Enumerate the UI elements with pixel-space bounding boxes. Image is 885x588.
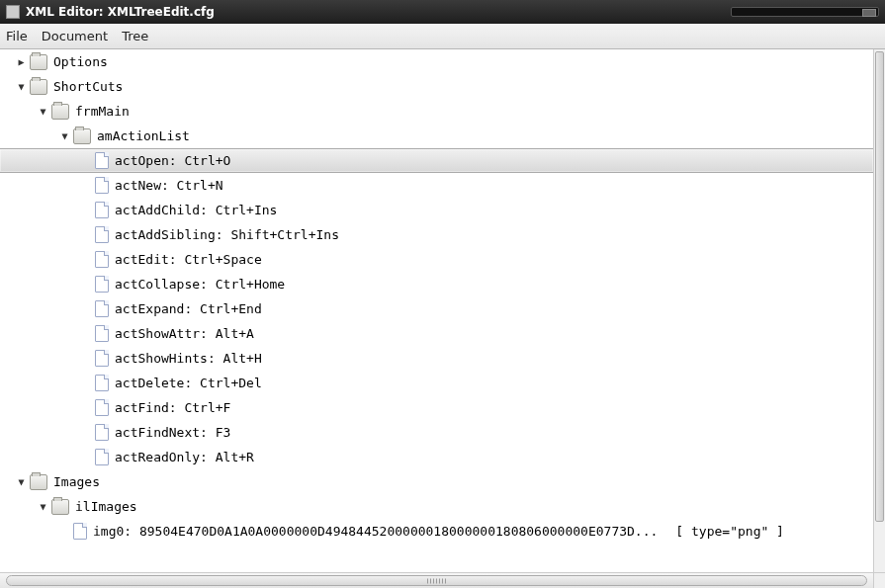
menu-document[interactable]: Document [42,29,108,43]
file-icon [95,276,109,293]
horizontal-scrollbar[interactable] [0,572,873,588]
file-icon [95,424,109,441]
tree-node-label: actShowAttr: Alt+A [115,326,254,341]
tree-row[interactable]: ▶actDelete: Ctrl+Del [0,371,873,395]
expander-open-icon[interactable]: ▼ [59,130,70,141]
tree-row[interactable]: ▶Options [0,49,873,74]
tree-row[interactable]: ▶actEdit: Ctrl+Space [0,247,873,272]
tree-node-label: amActionList [97,128,190,143]
tree-node-label: actCollapse: Ctrl+Home [115,277,285,292]
scroll-corner [873,572,885,588]
tree-row[interactable]: ▼amActionList [0,124,873,148]
tree-row[interactable]: ▶actAddChild: Ctrl+Ins [0,198,873,222]
tree-row[interactable]: ▶img0: 89504E470D0A1A0A0000000D494844520… [0,519,873,544]
tree-node-label: ilImages [75,499,137,514]
folder-icon [51,104,69,120]
tree-node-label: actNew: Ctrl+N [115,178,223,193]
expander-open-icon[interactable]: ▼ [16,81,27,92]
tree-node-label: actAddSibling: Shift+Ctrl+Ins [115,227,339,242]
tree-node-label: actEdit: Ctrl+Space [115,252,262,267]
file-icon [95,325,109,342]
tree-row[interactable]: ▼ShortCuts [0,74,873,99]
tree-view[interactable]: ▶Options▼ShortCuts▼frmMain▼amActionList▶… [0,49,873,572]
folder-icon [73,128,91,144]
file-icon [95,449,109,465]
titlebar: XML Editor: XMLTreeEdit.cfg [0,0,885,24]
folder-icon [30,54,47,70]
tree-node-label: frmMain [75,104,130,119]
file-icon [95,375,109,391]
file-icon [95,251,109,268]
tree-node-label: actOpen: Ctrl+O [115,153,230,168]
tree-row[interactable]: ▼ilImages [0,494,873,519]
tree-row[interactable]: ▶actOpen: Ctrl+O [0,148,873,173]
tree-row[interactable]: ▶actCollapse: Ctrl+Home [0,272,873,296]
menubar: File Document Tree [0,24,885,49]
tree-node-label: actExpand: Ctrl+End [115,301,262,316]
vertical-scroll-thumb[interactable] [875,51,884,522]
expander-open-icon[interactable]: ▼ [38,501,48,512]
titlebar-slider[interactable] [731,7,879,17]
app-icon [6,5,20,19]
tree-node-label: actDelete: Ctrl+Del [115,376,262,390]
vertical-scrollbar[interactable] [873,49,885,572]
tree-node-label: Options [53,54,108,69]
tree-row[interactable]: ▶actFindNext: F3 [0,420,873,445]
tree-row[interactable]: ▶actFind: Ctrl+F [0,395,873,420]
file-icon [95,202,109,218]
tree-node-label: actFind: Ctrl+F [115,400,230,415]
expander-open-icon[interactable]: ▼ [16,476,27,487]
tree-row[interactable]: ▶actNew: Ctrl+N [0,173,873,198]
file-icon [73,523,87,540]
folder-icon [30,79,47,95]
tree-row[interactable]: ▶actShowAttr: Alt+A [0,321,873,346]
file-icon [95,226,109,243]
file-icon [95,152,109,169]
file-icon [95,177,109,194]
tree-node-label: ShortCuts [53,79,123,94]
folder-icon [30,474,47,490]
tree-node-label: actFindNext: F3 [115,425,230,440]
tree-row[interactable]: ▶actShowHints: Alt+H [0,346,873,371]
tree-row[interactable]: ▶actAddSibling: Shift+Ctrl+Ins [0,222,873,247]
tree-node-label: Images [53,474,100,489]
tree-row[interactable]: ▶actReadOnly: Alt+R [0,445,873,469]
tree-node-label: actShowHints: Alt+H [115,351,262,366]
tree-area: ▶Options▼ShortCuts▼frmMain▼amActionList▶… [0,49,885,588]
file-icon [95,350,109,367]
menu-tree[interactable]: Tree [122,29,148,43]
file-icon [95,399,109,416]
expander-open-icon[interactable]: ▼ [38,106,48,117]
folder-icon [51,499,69,515]
tree-node-attrs: [ type="png" ] [675,524,784,539]
file-icon [95,300,109,317]
horizontal-scroll-thumb[interactable] [6,575,867,586]
tree-row[interactable]: ▶actExpand: Ctrl+End [0,296,873,321]
menu-file[interactable]: File [6,29,28,43]
expander-closed-icon[interactable]: ▶ [16,56,27,67]
tree-row[interactable]: ▼frmMain [0,99,873,124]
tree-node-label: actReadOnly: Alt+R [115,450,254,464]
tree-row[interactable]: ▼Images [0,469,873,494]
window-title: XML Editor: XMLTreeEdit.cfg [26,5,215,19]
tree-node-label: img0: 89504E470D0A1A0A0000000D4948445200… [93,524,658,539]
tree-node-label: actAddChild: Ctrl+Ins [115,203,277,217]
